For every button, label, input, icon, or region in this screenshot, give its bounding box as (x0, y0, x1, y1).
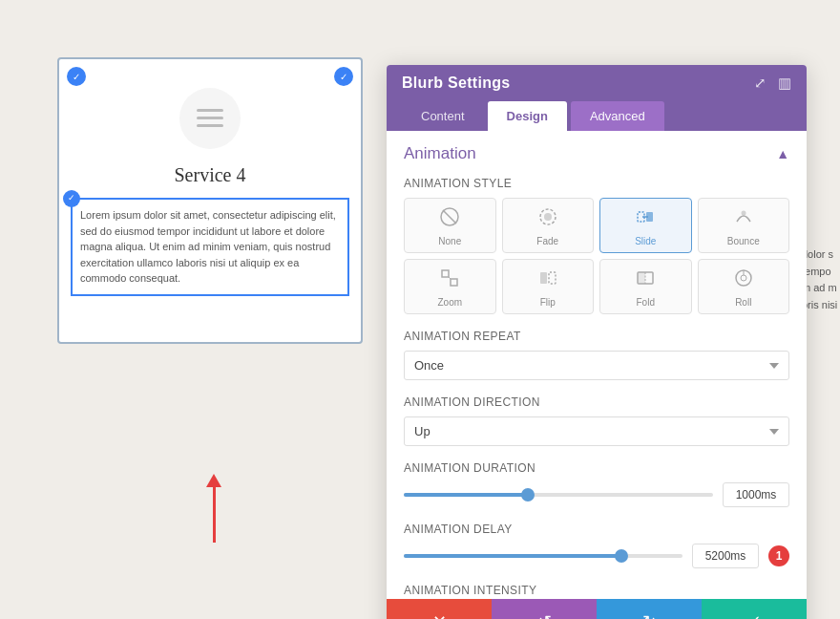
animation-direction-label: Animation Direction (404, 395, 789, 409)
arrow-shaft (213, 485, 216, 543)
style-roll-icon (703, 267, 786, 293)
svg-line-4 (443, 210, 456, 224)
panel-header-icons: ⤢ ▥ (754, 75, 791, 92)
style-bounce[interactable]: Bounce (698, 198, 790, 253)
style-zoom-label: Zoom (409, 297, 492, 308)
svg-point-6 (544, 213, 552, 221)
style-fold-label: Fold (604, 297, 687, 308)
delay-slider-track[interactable] (404, 554, 682, 558)
style-flip[interactable]: Flip (502, 259, 595, 314)
style-fade-label: Fade (507, 236, 590, 246)
style-zoom[interactable]: Zoom (404, 259, 496, 314)
svg-rect-1 (197, 117, 223, 119)
style-none[interactable]: None (404, 198, 496, 253)
panel-tabs: Content Design Advanced (387, 101, 807, 131)
duration-slider-thumb[interactable] (521, 488, 535, 502)
tab-design[interactable]: Design (488, 101, 567, 131)
svg-rect-18 (638, 272, 645, 284)
animation-direction-group: Animation Direction Up Down Left Right (404, 395, 789, 446)
style-slide[interactable]: Slide (599, 198, 692, 253)
animation-duration-group: Animation Duration (404, 461, 789, 507)
duration-slider-track[interactable] (404, 493, 713, 497)
animation-repeat-group: Animation Repeat Once Loop Infinite (404, 330, 789, 380)
style-zoom-icon (409, 267, 492, 293)
duration-value-input[interactable] (723, 482, 789, 507)
svg-rect-2 (197, 124, 223, 127)
tab-content[interactable]: Content (402, 101, 484, 131)
svg-rect-15 (549, 272, 556, 284)
style-bounce-icon (703, 206, 786, 232)
svg-point-10 (741, 211, 746, 216)
notification-badge: 1 (768, 545, 789, 566)
style-flip-icon (507, 267, 590, 293)
delay-slider-thumb[interactable] (615, 549, 628, 563)
animation-style-grid: None Fade (404, 198, 789, 314)
text-edit-badge: ✓ (63, 190, 80, 207)
undo-icon: ↺ (537, 611, 552, 619)
card-body: ✓ Lorem ipsum dolor sit amet, consectetu… (71, 198, 349, 296)
undo-button[interactable]: ↺ (492, 599, 597, 619)
style-slide-icon (604, 206, 687, 232)
style-roll[interactable]: Roll (698, 259, 790, 314)
svg-rect-12 (451, 279, 457, 286)
svg-rect-0 (197, 109, 223, 112)
svg-point-20 (741, 275, 746, 281)
settings-panel: Blurb Settings ⤢ ▥ Content Design Advanc… (387, 65, 807, 619)
card-title: Service 4 (59, 164, 361, 186)
style-fold-icon (604, 267, 687, 293)
svg-rect-14 (540, 272, 547, 284)
card-edit-badge-left: ✓ (67, 67, 86, 86)
cancel-button[interactable]: ✕ (387, 599, 492, 619)
style-fold[interactable]: Fold (599, 259, 692, 314)
card-icon (179, 88, 241, 149)
service-card: ✓ ✓ Service 4 ✓ Lorem ipsum dolor sit am… (57, 57, 363, 344)
animation-style-label: Animation Style (404, 177, 789, 190)
canvas-area: ✓ ✓ Service 4 ✓ Lorem ipsum dolor sit am… (0, 0, 840, 619)
arrow-up (206, 474, 221, 543)
save-button[interactable]: ✓ (702, 599, 807, 619)
animation-repeat-label: Animation Repeat (404, 330, 789, 343)
section-title: Animation (404, 144, 476, 163)
duration-slider-row (404, 482, 789, 507)
action-bar: ✕ ↺ ↻ ✓ (387, 599, 807, 619)
card-edit-badge-top: ✓ (334, 67, 353, 86)
cancel-icon: ✕ (432, 611, 447, 619)
animation-delay-label: Animation Delay (404, 523, 789, 536)
style-none-label: None (409, 236, 492, 246)
animation-delay-group: Animation Delay 1 (404, 523, 789, 568)
style-fade-icon (507, 206, 590, 232)
animation-intensity-label: Animation Intensity (404, 584, 789, 597)
overflow-text: dolor stempom ad moris nisi (802, 246, 837, 313)
card-body-text: Lorem ipsum dolor sit amet, consectetur … (80, 209, 336, 284)
animation-direction-select[interactable]: Up Down Left Right (404, 416, 789, 446)
expand-icon[interactable]: ⤢ (754, 75, 766, 92)
style-bounce-label: Bounce (703, 236, 786, 246)
duration-slider-fill (404, 493, 528, 497)
delay-slider-row: 1 (404, 544, 789, 568)
redo-button[interactable]: ↻ (597, 599, 702, 619)
panel-title: Blurb Settings (402, 75, 511, 92)
panel-header: Blurb Settings ⤢ ▥ (387, 65, 807, 101)
animation-intensity-group: Animation Intensity (404, 584, 789, 597)
delay-value-input[interactable] (692, 544, 759, 568)
save-icon: ✓ (747, 611, 762, 619)
delay-slider-fill (404, 554, 621, 558)
style-slide-label: Slide (604, 236, 687, 246)
style-fade[interactable]: Fade (502, 198, 595, 253)
tab-advanced[interactable]: Advanced (571, 101, 664, 131)
panel-body: Animation ▲ Animation Style None (387, 131, 807, 599)
style-roll-label: Roll (703, 297, 786, 308)
section-collapse-icon[interactable]: ▲ (776, 146, 789, 161)
style-flip-label: Flip (507, 297, 590, 308)
animation-section-header: Animation ▲ (404, 144, 789, 163)
animation-style-group: Animation Style None (404, 177, 789, 314)
animation-duration-label: Animation Duration (404, 461, 789, 475)
svg-rect-11 (442, 270, 449, 277)
columns-icon[interactable]: ▥ (778, 75, 791, 92)
style-none-icon (409, 206, 492, 232)
redo-icon: ↻ (642, 611, 657, 619)
svg-line-13 (449, 277, 451, 279)
animation-repeat-select[interactable]: Once Loop Infinite (404, 351, 789, 380)
